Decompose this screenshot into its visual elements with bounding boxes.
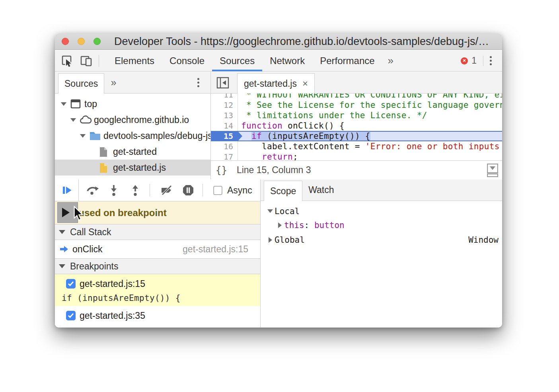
- call-stack-header[interactable]: Call Stack: [55, 224, 260, 240]
- code-text[interactable]: function onClick() {: [238, 121, 502, 131]
- inspect-element-button[interactable]: [60, 54, 74, 68]
- navigator-kebab-icon[interactable]: [197, 78, 199, 87]
- line-number[interactable]: 17: [211, 152, 238, 160]
- code-area[interactable]: 11 * WITHOUT WARRANTIES OR CONDITIONS OF…: [211, 94, 502, 160]
- error-count[interactable]: 1: [471, 55, 477, 66]
- folder-icon: [89, 131, 100, 141]
- code-text[interactable]: * WITHOUT WARRANTIES OR CONDITIONS OF AN…: [238, 94, 502, 100]
- scope-global-value: Window: [468, 235, 499, 245]
- tree-item-label: get-started.js: [113, 162, 166, 173]
- toggle-navigator-icon[interactable]: [216, 76, 230, 90]
- scope-global-row[interactable]: Global Window: [261, 233, 502, 247]
- device-toolbar-button[interactable]: [80, 54, 93, 68]
- editor-statusbar: {} Line 15, Column 3: [211, 160, 502, 179]
- call-stack-frame[interactable]: onClickget-started.js:15: [55, 240, 260, 258]
- step-over-icon: [86, 184, 99, 197]
- tree-item-googlechrome-github-io[interactable]: googlechrome.github.io: [55, 112, 210, 128]
- tab-scope[interactable]: Scope: [264, 181, 302, 201]
- tree-item-get-started[interactable]: get-started: [55, 144, 210, 160]
- navigator-sidebar: Sources » topgooglechrome.github.iodevto…: [55, 72, 211, 179]
- resume-button[interactable]: [55, 179, 79, 201]
- tab-network[interactable]: Network: [262, 50, 312, 71]
- zoom-window-button[interactable]: [93, 38, 101, 45]
- toolbar-right: ✕ 1: [461, 55, 502, 66]
- breakpoint-item[interactable]: get-started.js:35: [55, 306, 260, 325]
- devtools-window: Developer Tools - https://googlechrome.g…: [55, 33, 502, 328]
- more-panels-icon[interactable]: »: [382, 55, 399, 67]
- async-checkbox[interactable]: [213, 186, 222, 195]
- navigator-more-tabs-icon[interactable]: »: [111, 77, 116, 88]
- pretty-print-icon[interactable]: {}: [216, 165, 227, 176]
- editor-dropdown-icon[interactable]: [487, 164, 498, 179]
- line-number[interactable]: 14: [211, 121, 238, 131]
- window-title: Developer Tools - https://googlechrome.g…: [114, 35, 495, 48]
- tree-item-top[interactable]: top: [55, 96, 210, 112]
- debugger-sidebar: Async Paused on breakpoint Call Stack on…: [55, 179, 261, 328]
- breakpoint-label: get-started.js:15: [80, 279, 145, 289]
- line-number[interactable]: 11: [211, 94, 238, 100]
- collapse-icon[interactable]: [59, 102, 68, 106]
- main-menu-kebab-icon[interactable]: [490, 56, 492, 65]
- scope-local-row[interactable]: Local: [261, 204, 502, 218]
- breakpoint-item[interactable]: get-started.js:15if (inputsAreEmpty()) {: [55, 274, 260, 306]
- code-text[interactable]: return;: [238, 152, 502, 160]
- call-stack-list: onClickget-started.js:15: [55, 240, 260, 258]
- scope-global-label: Global: [275, 235, 305, 245]
- line-number[interactable]: 13: [211, 110, 238, 121]
- main-tabs: ElementsConsoleSourcesNetworkPerformance: [107, 50, 382, 71]
- tree-item-get-started-js[interactable]: get-started.js: [55, 160, 210, 176]
- breakpoint-checkbox[interactable]: [66, 311, 76, 320]
- step-out-button[interactable]: [127, 182, 143, 198]
- navigator-tab-sources[interactable]: Sources: [58, 73, 104, 94]
- editor-file-tab[interactable]: get-started.js ×: [237, 73, 315, 94]
- collapse-icon: [59, 264, 65, 268]
- debugger-panels: Async Paused on breakpoint Call Stack on…: [55, 179, 502, 328]
- error-badge-icon[interactable]: ✕: [461, 57, 468, 64]
- scope-this-row[interactable]: this: button: [261, 218, 502, 232]
- tab-sources[interactable]: Sources: [212, 50, 262, 71]
- file-js-icon: [99, 162, 110, 173]
- code-text[interactable]: * limitations under the License. */: [238, 110, 502, 121]
- pause-on-exceptions-button[interactable]: [180, 182, 196, 198]
- tree-item-devtools-samples-debug-js[interactable]: devtools-samples/debug-js: [55, 128, 210, 144]
- deactivate-breakpoints-button[interactable]: [159, 182, 175, 198]
- tab-console[interactable]: Console: [162, 50, 212, 71]
- breakpoint-label: get-started.js:35: [80, 310, 145, 321]
- property-value: button: [314, 220, 345, 230]
- mouse-cursor-icon: [73, 206, 84, 222]
- breakpoint-checkbox[interactable]: [66, 279, 76, 289]
- debugger-separator: [150, 184, 150, 197]
- tab-watch[interactable]: Watch: [308, 185, 334, 195]
- collapse-icon: [59, 230, 65, 234]
- tab-performance[interactable]: Performance: [312, 50, 382, 71]
- collapse-icon: [266, 209, 275, 213]
- code-line-13: 13 * limitations under the License. */: [211, 110, 502, 121]
- code-editor: get-started.js × 11 * WITHOUT WARRANTIES…: [211, 72, 502, 179]
- collapse-icon[interactable]: [78, 134, 88, 138]
- file-tree: topgooglechrome.github.iodevtools-sample…: [55, 94, 210, 176]
- minimize-window-button[interactable]: [78, 38, 85, 45]
- step-into-button[interactable]: [106, 182, 122, 198]
- code-text[interactable]: * See the License for the specific langu…: [238, 100, 502, 110]
- collapse-icon[interactable]: [68, 118, 78, 122]
- line-number[interactable]: 12: [211, 100, 238, 110]
- code-line-11: 11 * WITHOUT WARRANTIES OR CONDITIONS OF…: [211, 94, 502, 100]
- execution-line-number[interactable]: 15: [211, 131, 238, 141]
- code-text[interactable]: if (inputsAreEmpty()) {: [238, 131, 502, 141]
- breakpoints-header[interactable]: Breakpoints: [55, 258, 260, 274]
- code-text[interactable]: label.textContent = 'Error: one or both …: [238, 141, 502, 152]
- expand-icon: [266, 237, 275, 243]
- current-frame-arrow-icon: [59, 244, 69, 254]
- close-tab-icon[interactable]: ×: [302, 78, 308, 89]
- navigator-header: Sources »: [55, 72, 210, 94]
- titlebar[interactable]: Developer Tools - https://googlechrome.g…: [55, 33, 502, 50]
- frame-location: get-started.js:15: [183, 244, 248, 255]
- tab-elements[interactable]: Elements: [107, 50, 162, 71]
- line-number[interactable]: 16: [211, 141, 238, 152]
- scope-header: Scope Watch: [261, 179, 502, 201]
- close-window-button[interactable]: [62, 38, 69, 45]
- code-line-16: 16 label.textContent = 'Error: one or bo…: [211, 141, 502, 152]
- pause-on-exceptions-icon: [182, 184, 195, 197]
- play-icon: [62, 208, 70, 217]
- step-over-button[interactable]: [84, 182, 100, 198]
